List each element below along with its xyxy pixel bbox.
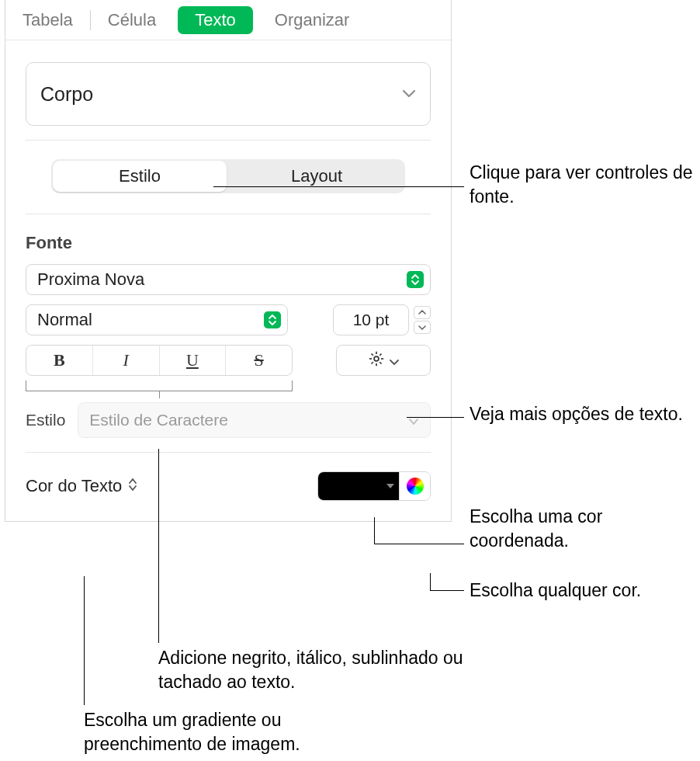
font-section-label: Fonte — [26, 233, 431, 253]
italic-button[interactable]: I — [92, 346, 159, 375]
chevron-down-icon — [402, 89, 416, 99]
format-panel: Tabela Célula Texto Organizar Corpo Esti… — [5, 0, 452, 522]
stepper-down[interactable] — [414, 321, 431, 334]
strikethrough-button[interactable]: S — [225, 346, 292, 375]
leader-line — [374, 544, 464, 544]
updown-icon — [264, 311, 281, 328]
callout-any-color: Escolha qualquer cor. — [470, 579, 695, 603]
updown-icon — [128, 477, 137, 495]
style-layout-segmented: Estilo Layout — [51, 159, 405, 193]
text-color-menu[interactable]: Cor do Texto — [26, 476, 137, 496]
underline-button[interactable]: U — [159, 346, 226, 375]
text-options-button[interactable] — [336, 345, 431, 376]
callout-font-controls: Clique para ver controles de fonte. — [470, 161, 695, 209]
leader-line — [430, 573, 431, 590]
chevron-down-icon — [408, 411, 419, 429]
color-swatch[interactable] — [318, 472, 399, 500]
callout-bius: Adicione negrito, itálico, sublinhado ou… — [158, 646, 500, 694]
callout-more-text: Veja mais opções de texto. — [470, 402, 695, 426]
text-color-controls — [317, 471, 431, 501]
font-weight-select[interactable]: Normal — [26, 304, 288, 335]
tab-cell[interactable]: Célula — [91, 0, 173, 40]
inspector-tabs: Tabela Célula Texto Organizar — [5, 0, 451, 40]
svg-line-5 — [371, 353, 373, 355]
svg-line-7 — [371, 362, 373, 363]
text-color-label: Cor do Texto — [26, 476, 122, 496]
leader-line — [213, 186, 464, 187]
leader-line — [407, 417, 464, 418]
updown-icon — [407, 271, 424, 288]
segment-layout[interactable]: Layout — [230, 161, 404, 192]
tab-table[interactable]: Tabela — [5, 0, 90, 40]
paragraph-style-value: Corpo — [40, 83, 93, 106]
char-style-select[interactable]: Estilo de Caractere — [78, 402, 431, 438]
leader-line — [158, 449, 159, 643]
tab-organize[interactable]: Organizar — [258, 0, 367, 40]
font-size-field[interactable]: 10 pt — [333, 304, 409, 335]
color-wheel-button[interactable] — [399, 472, 430, 500]
tab-text[interactable]: Texto — [178, 6, 253, 34]
segment-style[interactable]: Estilo — [53, 161, 227, 192]
bold-button[interactable]: B — [26, 346, 92, 375]
gear-icon — [368, 350, 385, 371]
font-size-stepper — [414, 306, 431, 334]
font-weight-value: Normal — [37, 310, 92, 330]
paragraph-style-select[interactable]: Corpo — [26, 62, 431, 126]
color-wheel-icon — [407, 478, 424, 495]
char-style-label: Estilo — [26, 411, 65, 429]
font-family-value: Proxima Nova — [37, 269, 144, 290]
char-style-placeholder: Estilo de Caractere — [89, 411, 228, 429]
bius-bracket — [26, 380, 293, 391]
leader-line — [430, 590, 464, 591]
divider — [26, 140, 431, 141]
svg-point-0 — [374, 356, 379, 361]
text-style-buttons: B I U S — [26, 345, 293, 376]
chevron-down-icon — [390, 351, 399, 370]
svg-line-8 — [379, 353, 381, 355]
divider — [26, 214, 431, 214]
divider — [26, 452, 431, 453]
font-size-value: 10 pt — [353, 311, 390, 329]
callout-coord-color: Escolha uma cor coordenada. — [470, 505, 695, 553]
font-family-select[interactable]: Proxima Nova — [26, 264, 431, 295]
leader-line — [374, 517, 375, 544]
callout-gradient: Escolha um gradiente ou preenchimento de… — [84, 708, 363, 756]
leader-line — [84, 576, 85, 705]
stepper-up[interactable] — [414, 306, 431, 319]
svg-line-6 — [379, 362, 381, 363]
